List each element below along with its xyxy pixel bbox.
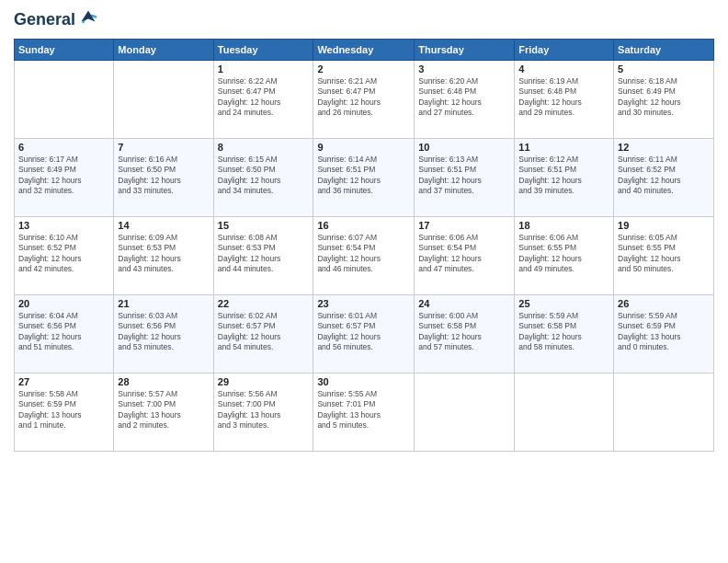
day-number: 14: [118, 220, 209, 231]
calendar-cell: 3Sunrise: 6:20 AMSunset: 6:48 PMDaylight…: [415, 61, 515, 139]
calendar-cell: [515, 373, 614, 452]
logo: General: [14, 9, 99, 31]
weekday-header-friday: Friday: [515, 40, 614, 61]
day-number: 26: [618, 298, 710, 309]
logo-text: General: [14, 9, 99, 31]
calendar-week-2: 6Sunrise: 6:17 AMSunset: 6:49 PMDaylight…: [15, 139, 714, 217]
weekday-header-wednesday: Wednesday: [313, 40, 415, 61]
calendar-cell: 13Sunrise: 6:10 AMSunset: 6:52 PMDayligh…: [15, 217, 114, 295]
calendar-cell: 9Sunrise: 6:14 AMSunset: 6:51 PMDaylight…: [313, 139, 415, 217]
weekday-header-sunday: Sunday: [15, 40, 114, 61]
day-number: 29: [218, 376, 310, 387]
day-info: Sunrise: 6:06 AMSunset: 6:54 PMDaylight:…: [418, 233, 510, 275]
calendar-cell: 11Sunrise: 6:12 AMSunset: 6:51 PMDayligh…: [515, 139, 614, 217]
day-number: 3: [418, 63, 510, 75]
day-info: Sunrise: 5:59 AMSunset: 6:58 PMDaylight:…: [518, 311, 609, 353]
day-info: Sunrise: 6:10 AMSunset: 6:52 PMDaylight:…: [18, 233, 109, 275]
calendar-cell: [15, 61, 114, 139]
calendar-cell: 7Sunrise: 6:16 AMSunset: 6:50 PMDaylight…: [114, 139, 213, 217]
calendar-cell: 25Sunrise: 5:59 AMSunset: 6:58 PMDayligh…: [515, 295, 614, 373]
calendar-body: 1Sunrise: 6:22 AMSunset: 6:47 PMDaylight…: [15, 61, 714, 452]
day-info: Sunrise: 6:09 AMSunset: 6:53 PMDaylight:…: [118, 233, 209, 275]
calendar-cell: 21Sunrise: 6:03 AMSunset: 6:56 PMDayligh…: [114, 295, 213, 373]
day-number: 25: [518, 298, 609, 309]
calendar-cell: 20Sunrise: 6:04 AMSunset: 6:56 PMDayligh…: [15, 295, 114, 373]
page: General SundayMondayTuesdayWednesdayThur…: [0, 0, 728, 563]
day-number: 19: [618, 220, 710, 231]
day-number: 16: [317, 220, 410, 231]
day-info: Sunrise: 6:02 AMSunset: 6:57 PMDaylight:…: [218, 311, 310, 353]
calendar-week-1: 1Sunrise: 6:22 AMSunset: 6:47 PMDaylight…: [15, 61, 714, 139]
day-number: 18: [518, 220, 609, 231]
calendar-cell: 5Sunrise: 6:18 AMSunset: 6:49 PMDaylight…: [614, 61, 714, 139]
calendar-cell: 19Sunrise: 6:05 AMSunset: 6:55 PMDayligh…: [614, 217, 714, 295]
day-info: Sunrise: 6:16 AMSunset: 6:50 PMDaylight:…: [118, 155, 209, 197]
day-info: Sunrise: 6:13 AMSunset: 6:51 PMDaylight:…: [418, 155, 510, 197]
day-number: 4: [518, 63, 609, 75]
day-number: 5: [618, 63, 710, 75]
calendar-cell: 18Sunrise: 6:06 AMSunset: 6:55 PMDayligh…: [515, 217, 614, 295]
day-info: Sunrise: 6:17 AMSunset: 6:49 PMDaylight:…: [18, 155, 109, 197]
day-info: Sunrise: 5:58 AMSunset: 6:59 PMDaylight:…: [18, 389, 109, 431]
calendar-cell: 24Sunrise: 6:00 AMSunset: 6:58 PMDayligh…: [415, 295, 515, 373]
day-number: 7: [118, 142, 209, 153]
weekday-header-monday: Monday: [114, 40, 213, 61]
calendar-week-4: 20Sunrise: 6:04 AMSunset: 6:56 PMDayligh…: [15, 295, 714, 373]
calendar-cell: 10Sunrise: 6:13 AMSunset: 6:51 PMDayligh…: [415, 139, 515, 217]
calendar-week-3: 13Sunrise: 6:10 AMSunset: 6:52 PMDayligh…: [15, 217, 714, 295]
day-number: 17: [418, 220, 510, 231]
calendar-cell: [114, 61, 213, 139]
day-info: Sunrise: 6:21 AMSunset: 6:47 PMDaylight:…: [317, 76, 410, 119]
day-number: 24: [418, 298, 510, 309]
calendar-cell: 23Sunrise: 6:01 AMSunset: 6:57 PMDayligh…: [313, 295, 415, 373]
weekday-header-saturday: Saturday: [614, 40, 714, 61]
calendar: SundayMondayTuesdayWednesdayThursdayFrid…: [14, 39, 714, 452]
day-info: Sunrise: 5:59 AMSunset: 6:59 PMDaylight:…: [618, 311, 710, 353]
day-info: Sunrise: 6:18 AMSunset: 6:49 PMDaylight:…: [618, 76, 710, 119]
day-number: 8: [218, 142, 310, 153]
weekday-header-thursday: Thursday: [415, 40, 515, 61]
day-number: 10: [418, 142, 510, 153]
day-number: 20: [18, 298, 109, 309]
day-number: 6: [18, 142, 109, 153]
day-number: 11: [518, 142, 609, 153]
calendar-cell: 6Sunrise: 6:17 AMSunset: 6:49 PMDaylight…: [15, 139, 114, 217]
calendar-cell: [415, 373, 515, 452]
day-number: 15: [218, 220, 310, 231]
day-info: Sunrise: 6:05 AMSunset: 6:55 PMDaylight:…: [618, 233, 710, 275]
calendar-cell: 30Sunrise: 5:55 AMSunset: 7:01 PMDayligh…: [313, 373, 415, 452]
day-info: Sunrise: 6:22 AMSunset: 6:47 PMDaylight:…: [218, 76, 310, 119]
day-info: Sunrise: 5:55 AMSunset: 7:01 PMDaylight:…: [317, 389, 410, 431]
day-info: Sunrise: 6:00 AMSunset: 6:58 PMDaylight:…: [418, 311, 510, 353]
day-number: 2: [317, 63, 410, 75]
calendar-cell: 16Sunrise: 6:07 AMSunset: 6:54 PMDayligh…: [313, 217, 415, 295]
day-info: Sunrise: 6:01 AMSunset: 6:57 PMDaylight:…: [317, 311, 410, 353]
day-info: Sunrise: 6:15 AMSunset: 6:50 PMDaylight:…: [218, 155, 310, 197]
day-info: Sunrise: 5:57 AMSunset: 7:00 PMDaylight:…: [118, 389, 209, 431]
day-number: 9: [317, 142, 410, 153]
calendar-cell: 22Sunrise: 6:02 AMSunset: 6:57 PMDayligh…: [213, 295, 313, 373]
calendar-cell: 29Sunrise: 5:56 AMSunset: 7:00 PMDayligh…: [213, 373, 313, 452]
day-info: Sunrise: 6:07 AMSunset: 6:54 PMDaylight:…: [317, 233, 410, 275]
day-number: 22: [218, 298, 310, 309]
day-info: Sunrise: 6:19 AMSunset: 6:48 PMDaylight:…: [518, 76, 609, 119]
day-info: Sunrise: 6:03 AMSunset: 6:56 PMDaylight:…: [118, 311, 209, 353]
day-number: 13: [18, 220, 109, 231]
calendar-cell: 26Sunrise: 5:59 AMSunset: 6:59 PMDayligh…: [614, 295, 714, 373]
calendar-cell: 8Sunrise: 6:15 AMSunset: 6:50 PMDaylight…: [213, 139, 313, 217]
calendar-cell: 12Sunrise: 6:11 AMSunset: 6:52 PMDayligh…: [614, 139, 714, 217]
weekday-header-tuesday: Tuesday: [213, 40, 313, 61]
calendar-cell: [614, 373, 714, 452]
day-info: Sunrise: 6:14 AMSunset: 6:51 PMDaylight:…: [317, 155, 410, 197]
day-info: Sunrise: 6:04 AMSunset: 6:56 PMDaylight:…: [18, 311, 109, 353]
calendar-cell: 17Sunrise: 6:06 AMSunset: 6:54 PMDayligh…: [415, 217, 515, 295]
calendar-cell: 1Sunrise: 6:22 AMSunset: 6:47 PMDaylight…: [213, 61, 313, 139]
day-info: Sunrise: 6:12 AMSunset: 6:51 PMDaylight:…: [518, 155, 609, 197]
calendar-cell: 14Sunrise: 6:09 AMSunset: 6:53 PMDayligh…: [114, 217, 213, 295]
calendar-cell: 28Sunrise: 5:57 AMSunset: 7:00 PMDayligh…: [114, 373, 213, 452]
calendar-header: SundayMondayTuesdayWednesdayThursdayFrid…: [15, 40, 714, 61]
header: General: [14, 9, 714, 31]
calendar-cell: 15Sunrise: 6:08 AMSunset: 6:53 PMDayligh…: [213, 217, 313, 295]
day-info: Sunrise: 6:08 AMSunset: 6:53 PMDaylight:…: [218, 233, 310, 275]
day-number: 12: [618, 142, 710, 153]
